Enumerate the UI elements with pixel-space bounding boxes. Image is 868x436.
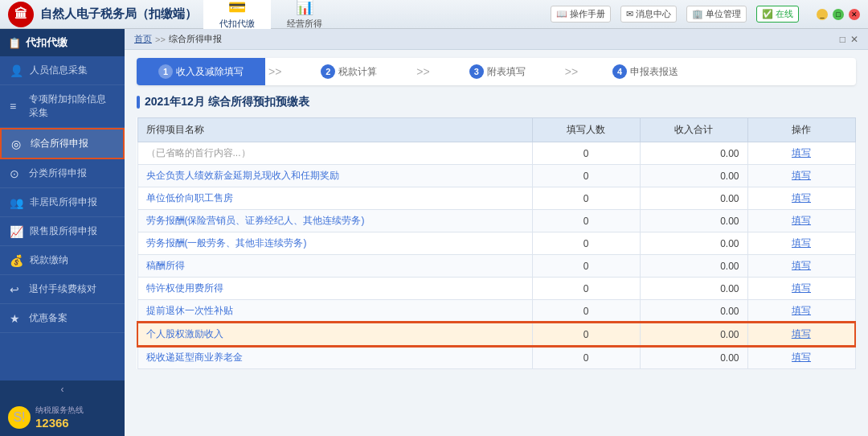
titlebar-left: 🏛 自然人电子税务局（扣缴端） 💳 代扣代缴 📊 经营所得 <box>8 0 338 33</box>
sidebar-item-category-label: 分类所得申报 <box>29 167 87 180</box>
fill-button[interactable]: 填写 <box>792 305 811 316</box>
tax-icon: 💰 <box>10 254 23 267</box>
cell-num: 0 <box>532 142 640 165</box>
sidebar-item-category[interactable]: ⊙ 分类所得申报 <box>0 159 125 188</box>
fill-button[interactable]: 填写 <box>792 215 811 226</box>
row-name-link[interactable]: 央企负责人绩效薪金延期兑现收入和任期奖励 <box>146 170 339 181</box>
sidebar-item-nonresident-label: 非居民所得申报 <box>30 195 97 209</box>
sidebar-header-label: 代扣代缴 <box>26 35 68 50</box>
close-button[interactable]: ✕ <box>849 9 860 20</box>
row-name-link[interactable]: 劳务报酬(保险营销员、证券经纪人、其他连续劳务) <box>146 215 365 226</box>
table-row: 税收递延型商业养老金00.00填写 <box>137 346 855 369</box>
fill-button[interactable]: 填写 <box>792 260 811 271</box>
fill-button[interactable]: 填写 <box>792 147 811 158</box>
cell-action: 填写 <box>747 165 855 187</box>
cell-num: 0 <box>532 165 640 187</box>
cell-income: 0.00 <box>640 346 747 369</box>
row-name-link[interactable]: 税收递延型商业养老金 <box>146 352 243 363</box>
table-row: 单位低价向职工售房00.00填写 <box>137 187 855 210</box>
cell-action: 填写 <box>747 323 855 346</box>
tab-dakou-label: 代扣代缴 <box>219 18 255 30</box>
minimize-button[interactable]: _ <box>817 9 828 20</box>
table-wrapper[interactable]: 所得项目名称 填写人数 收入合计 操作 （已省略的首行内容...）00.00填写… <box>137 117 856 369</box>
sidebar-collapse-btn[interactable]: ‹ <box>0 380 125 398</box>
fill-button[interactable]: 填写 <box>792 282 811 294</box>
step-tab-2[interactable]: 2 税款计算 <box>285 58 413 85</box>
cell-action: 填写 <box>747 346 855 369</box>
nonresident-icon: 👥 <box>10 196 23 209</box>
sidebar-header-icon: 📋 <box>8 37 21 49</box>
cell-action: 填写 <box>747 300 855 323</box>
sidebar-item-nonresident[interactable]: 👥 非居民所得申报 <box>0 188 125 217</box>
cell-income: 0.00 <box>640 210 747 232</box>
cell-num: 0 <box>532 323 640 346</box>
step2-label: 税款计算 <box>338 65 377 79</box>
titlebar-tabs: 💳 代扣代缴 📊 经营所得 <box>203 0 338 33</box>
unit-button[interactable]: 🏢 单位管理 <box>686 6 747 23</box>
row-name-link[interactable]: 单位低价向职工售房 <box>146 192 233 204</box>
maximize-button[interactable]: □ <box>833 9 844 20</box>
sidebar-item-personnel[interactable]: 👤 人员信息采集 <box>0 56 125 85</box>
sidebar-item-personnel-label: 人员信息采集 <box>30 64 88 77</box>
step-tabs: 1 收入及减除填写 >> 2 税款计算 >> 3 附表填写 >> 4 申报表报送 <box>137 58 856 85</box>
fill-button[interactable]: 填写 <box>792 237 811 249</box>
cell-action: 填写 <box>747 255 855 278</box>
tab-dakou[interactable]: 💳 代扣代缴 <box>203 0 271 33</box>
main-layout: 📋 代扣代缴 👤 人员信息采集 ≡ 专项附加扣除信息采集 ◎ 综合所得申报 ⊙ … <box>0 29 868 436</box>
step-arrow-2: >> <box>413 65 432 78</box>
close-content-icon[interactable]: □ <box>840 34 845 45</box>
section-title: 2021年12月 综合所得预扣预缴表 <box>137 95 856 109</box>
step-tab-4[interactable]: 4 申报表报送 <box>581 58 710 85</box>
row-name-link[interactable]: 稿酬所得 <box>146 260 185 271</box>
row-name-link[interactable]: 劳务报酬(一般劳务、其他非连续劳务) <box>146 237 307 249</box>
cell-name: （已省略的首行内容...） <box>137 142 532 165</box>
cell-income: 0.00 <box>640 187 747 210</box>
sidebar-item-restricted[interactable]: 📈 限售股所得申报 <box>0 217 125 246</box>
cell-income: 0.00 <box>640 255 747 278</box>
cell-name: 特许权使用费所得 <box>137 278 532 300</box>
personnel-icon: 👤 <box>10 64 23 77</box>
special-icon: ≡ <box>10 100 23 113</box>
fill-button[interactable]: 填写 <box>792 170 811 181</box>
tab-jingying[interactable]: 📊 经营所得 <box>271 0 338 33</box>
manual-button[interactable]: 📖 操作手册 <box>551 6 611 23</box>
category-icon: ⊙ <box>10 167 23 180</box>
close-content-x[interactable]: ✕ <box>850 34 858 45</box>
cell-num: 0 <box>532 300 640 323</box>
section-bar <box>137 96 140 109</box>
step3-num: 3 <box>469 64 484 79</box>
app-title: 自然人电子税务局（扣缴端） <box>40 6 197 22</box>
fill-button[interactable]: 填写 <box>792 352 811 363</box>
cell-num: 0 <box>532 187 640 210</box>
cell-income: 0.00 <box>640 300 747 323</box>
step-arrow-3: >> <box>562 65 581 78</box>
hotline-info: 纳税服务热线 12366 <box>35 405 84 430</box>
row-name-link[interactable]: 特许权使用费所得 <box>146 282 223 294</box>
sidebar-item-tax[interactable]: 💰 税款缴纳 <box>0 246 125 275</box>
sidebar-item-preference[interactable]: ★ 优惠备案 <box>0 304 125 333</box>
collapse-icon: ‹ <box>61 384 64 395</box>
step-tab-1[interactable]: 1 收入及减除填写 <box>137 58 265 85</box>
breadcrumb-current: 综合所得申报 <box>169 33 222 45</box>
row-name-link[interactable]: 提前退休一次性补贴 <box>146 305 233 316</box>
preference-icon: ★ <box>10 312 23 325</box>
sidebar-item-comprehensive[interactable]: ◎ 综合所得申报 <box>0 128 125 159</box>
breadcrumb-home[interactable]: 首页 <box>134 33 152 45</box>
message-button[interactable]: ✉ 消息中心 <box>620 6 677 23</box>
online-button[interactable]: ✅ 在线 <box>756 6 799 23</box>
step-tab-3[interactable]: 3 附表填写 <box>433 58 562 85</box>
sidebar-item-special[interactable]: ≡ 专项附加扣除信息采集 <box>0 85 125 128</box>
hotline-number: 12366 <box>35 416 84 430</box>
dakou-icon: 💳 <box>228 0 246 16</box>
cell-action: 填写 <box>747 142 855 165</box>
row-name-link[interactable]: 个人股权激励收入 <box>146 328 223 339</box>
manual-icon: 📖 <box>556 9 567 19</box>
table-row: 个人股权激励收入00.00填写 <box>137 323 855 346</box>
th-action: 操作 <box>747 118 855 142</box>
sidebar-item-refund[interactable]: ↩ 退付手续费核对 <box>0 275 125 304</box>
fill-button[interactable]: 填写 <box>792 192 811 204</box>
unit-label: 单位管理 <box>706 8 741 20</box>
table-row: 稿酬所得00.00填写 <box>137 255 855 278</box>
fill-button[interactable]: 填写 <box>792 328 811 339</box>
breadcrumb: 首页 >> 综合所得申报 <box>134 33 222 45</box>
